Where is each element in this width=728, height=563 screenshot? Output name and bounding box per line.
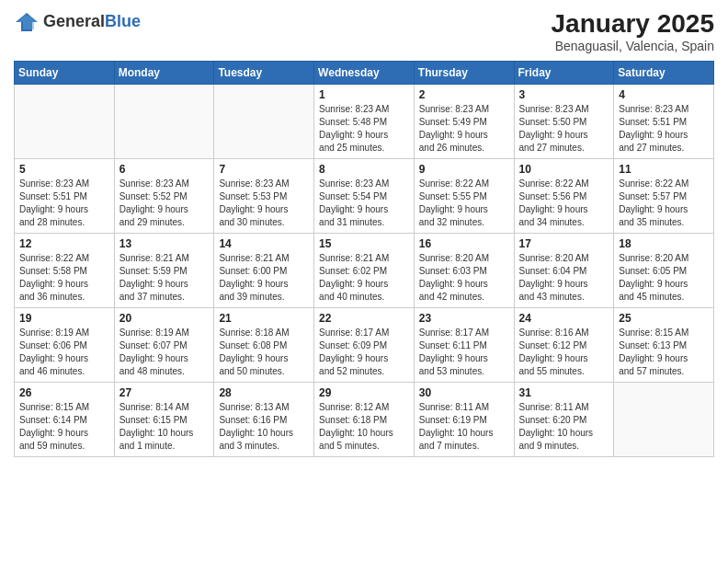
day-info: Sunrise: 8:18 AMSunset: 6:08 PMDaylight:… [219, 327, 309, 378]
day-number: 17 [519, 237, 609, 250]
day-number: 6 [119, 163, 210, 176]
day-info: Sunrise: 8:22 AMSunset: 5:55 PMDaylight:… [419, 178, 509, 229]
calendar-week-row-3: 19Sunrise: 8:19 AMSunset: 6:06 PMDayligh… [15, 308, 714, 383]
day-number: 31 [519, 386, 609, 399]
day-number: 20 [119, 312, 210, 325]
calendar-cell: 25Sunrise: 8:15 AMSunset: 6:13 PMDayligh… [614, 308, 714, 383]
day-info: Sunrise: 8:23 AMSunset: 5:53 PMDaylight:… [219, 178, 309, 229]
day-number: 21 [219, 312, 309, 325]
day-info: Sunrise: 8:17 AMSunset: 6:11 PMDaylight:… [419, 327, 509, 378]
calendar-cell: 13Sunrise: 8:21 AMSunset: 5:59 PMDayligh… [114, 234, 214, 308]
day-info: Sunrise: 8:13 AMSunset: 6:16 PMDaylight:… [219, 401, 309, 453]
day-info: Sunrise: 8:21 AMSunset: 5:59 PMDaylight:… [119, 252, 210, 304]
day-info: Sunrise: 8:11 AMSunset: 6:20 PMDaylight:… [519, 401, 609, 453]
day-number: 3 [519, 88, 609, 101]
day-number: 1 [319, 88, 409, 101]
col-sunday: Sunday [15, 62, 115, 85]
calendar-cell [15, 85, 115, 159]
calendar-cell: 27Sunrise: 8:14 AMSunset: 6:15 PMDayligh… [114, 383, 214, 457]
col-wednesday: Wednesday [314, 62, 415, 85]
day-number: 4 [619, 88, 709, 101]
day-number: 18 [619, 237, 709, 250]
title-month: January 2025 [552, 9, 714, 39]
calendar-week-row-4: 26Sunrise: 8:15 AMSunset: 6:14 PMDayligh… [15, 383, 714, 457]
day-number: 29 [319, 386, 409, 399]
day-number: 27 [119, 386, 210, 399]
day-info: Sunrise: 8:11 AMSunset: 6:19 PMDaylight:… [419, 401, 509, 453]
day-number: 7 [219, 163, 309, 176]
calendar-cell: 6Sunrise: 8:23 AMSunset: 5:52 PMDaylight… [114, 159, 214, 234]
calendar-cell: 21Sunrise: 8:18 AMSunset: 6:08 PMDayligh… [214, 308, 314, 383]
day-info: Sunrise: 8:20 AMSunset: 6:03 PMDaylight:… [419, 252, 509, 304]
calendar-cell: 31Sunrise: 8:11 AMSunset: 6:20 PMDayligh… [514, 383, 614, 457]
header: General Blue January 2025 Benaguasil, Va… [14, 9, 714, 53]
calendar-cell: 12Sunrise: 8:22 AMSunset: 5:58 PMDayligh… [15, 234, 115, 308]
day-number: 13 [119, 237, 210, 250]
day-info: Sunrise: 8:23 AMSunset: 5:49 PMDaylight:… [419, 103, 509, 155]
day-info: Sunrise: 8:21 AMSunset: 6:02 PMDaylight:… [319, 252, 409, 304]
calendar-cell: 5Sunrise: 8:23 AMSunset: 5:51 PMDaylight… [15, 159, 115, 234]
day-number: 11 [619, 163, 709, 176]
day-info: Sunrise: 8:22 AMSunset: 5:58 PMDaylight:… [19, 252, 109, 304]
day-info: Sunrise: 8:19 AMSunset: 6:07 PMDaylight:… [119, 327, 210, 378]
col-tuesday: Tuesday [214, 62, 314, 85]
day-number: 9 [419, 163, 509, 176]
calendar-cell: 1Sunrise: 8:23 AMSunset: 5:48 PMDaylight… [314, 85, 415, 159]
calendar-header-row: Sunday Monday Tuesday Wednesday Thursday… [15, 62, 714, 85]
calendar-cell: 10Sunrise: 8:22 AMSunset: 5:56 PMDayligh… [514, 159, 614, 234]
calendar-cell: 18Sunrise: 8:20 AMSunset: 6:05 PMDayligh… [614, 234, 714, 308]
day-info: Sunrise: 8:16 AMSunset: 6:12 PMDaylight:… [519, 327, 609, 378]
calendar-week-row-0: 1Sunrise: 8:23 AMSunset: 5:48 PMDaylight… [15, 85, 714, 159]
logo-blue: Blue [105, 13, 141, 31]
day-info: Sunrise: 8:17 AMSunset: 6:09 PMDaylight:… [319, 327, 409, 378]
calendar-cell: 17Sunrise: 8:20 AMSunset: 6:04 PMDayligh… [514, 234, 614, 308]
logo-icon [14, 9, 40, 35]
logo: General Blue [14, 9, 141, 35]
day-info: Sunrise: 8:15 AMSunset: 6:14 PMDaylight:… [19, 401, 109, 453]
day-number: 10 [519, 163, 609, 176]
day-info: Sunrise: 8:23 AMSunset: 5:51 PMDaylight:… [619, 103, 709, 155]
day-number: 16 [419, 237, 509, 250]
calendar-cell: 20Sunrise: 8:19 AMSunset: 6:07 PMDayligh… [114, 308, 214, 383]
calendar-cell: 7Sunrise: 8:23 AMSunset: 5:53 PMDaylight… [214, 159, 314, 234]
day-info: Sunrise: 8:21 AMSunset: 6:00 PMDaylight:… [219, 252, 309, 304]
day-number: 19 [19, 312, 109, 325]
logo-text: General Blue [43, 13, 141, 31]
day-info: Sunrise: 8:20 AMSunset: 6:04 PMDaylight:… [519, 252, 609, 304]
calendar-cell [214, 85, 314, 159]
day-number: 26 [19, 386, 109, 399]
calendar-cell: 29Sunrise: 8:12 AMSunset: 6:18 PMDayligh… [314, 383, 415, 457]
day-info: Sunrise: 8:12 AMSunset: 6:18 PMDaylight:… [319, 401, 409, 453]
day-info: Sunrise: 8:15 AMSunset: 6:13 PMDaylight:… [619, 327, 709, 378]
day-number: 12 [19, 237, 109, 250]
calendar-cell: 22Sunrise: 8:17 AMSunset: 6:09 PMDayligh… [314, 308, 415, 383]
page: General Blue January 2025 Benaguasil, Va… [0, 0, 728, 563]
calendar-week-row-1: 5Sunrise: 8:23 AMSunset: 5:51 PMDaylight… [15, 159, 714, 234]
calendar-cell: 9Sunrise: 8:22 AMSunset: 5:55 PMDaylight… [414, 159, 514, 234]
calendar-cell: 23Sunrise: 8:17 AMSunset: 6:11 PMDayligh… [414, 308, 514, 383]
calendar-cell: 8Sunrise: 8:23 AMSunset: 5:54 PMDaylight… [314, 159, 415, 234]
calendar-table: Sunday Monday Tuesday Wednesday Thursday… [14, 61, 714, 457]
day-info: Sunrise: 8:23 AMSunset: 5:54 PMDaylight:… [319, 178, 409, 229]
calendar-cell: 3Sunrise: 8:23 AMSunset: 5:50 PMDaylight… [514, 85, 614, 159]
day-number: 2 [419, 88, 509, 101]
calendar-cell: 11Sunrise: 8:22 AMSunset: 5:57 PMDayligh… [614, 159, 714, 234]
day-info: Sunrise: 8:22 AMSunset: 5:57 PMDaylight:… [619, 178, 709, 229]
calendar-cell: 19Sunrise: 8:19 AMSunset: 6:06 PMDayligh… [15, 308, 115, 383]
calendar-cell: 28Sunrise: 8:13 AMSunset: 6:16 PMDayligh… [214, 383, 314, 457]
day-number: 28 [219, 386, 309, 399]
day-number: 22 [319, 312, 409, 325]
day-number: 15 [319, 237, 409, 250]
day-number: 5 [19, 163, 109, 176]
logo-general: General [43, 13, 105, 31]
day-info: Sunrise: 8:22 AMSunset: 5:56 PMDaylight:… [519, 178, 609, 229]
day-info: Sunrise: 8:23 AMSunset: 5:52 PMDaylight:… [119, 178, 210, 229]
calendar-cell [114, 85, 214, 159]
day-number: 30 [419, 386, 509, 399]
day-number: 25 [619, 312, 709, 325]
day-number: 24 [519, 312, 609, 325]
day-info: Sunrise: 8:23 AMSunset: 5:51 PMDaylight:… [19, 178, 109, 229]
calendar-cell: 14Sunrise: 8:21 AMSunset: 6:00 PMDayligh… [214, 234, 314, 308]
title-location: Benaguasil, Valencia, Spain [552, 39, 714, 53]
title-block: January 2025 Benaguasil, Valencia, Spain [552, 9, 714, 53]
